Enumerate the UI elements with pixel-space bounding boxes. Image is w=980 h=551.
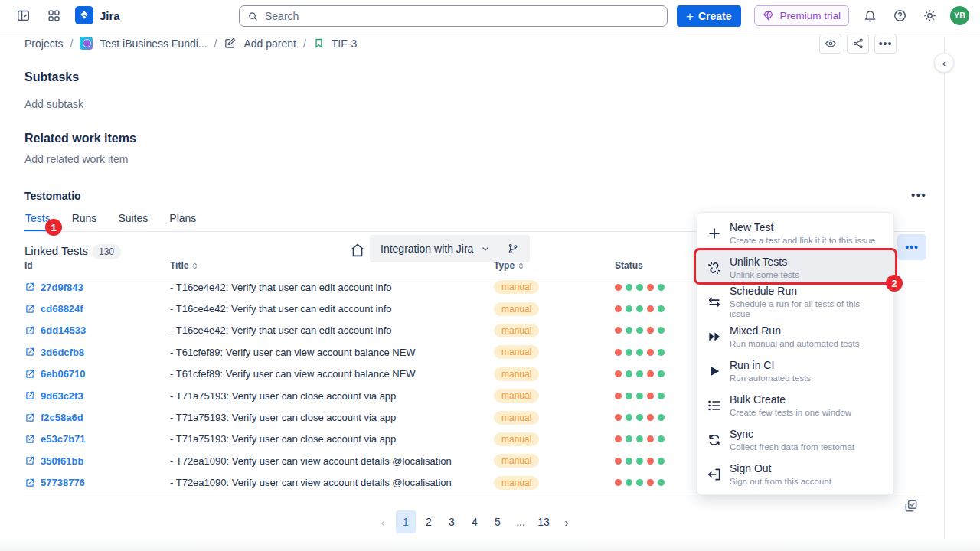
tab-plans[interactable]: Plans xyxy=(168,212,197,231)
status-dot-fail xyxy=(615,284,622,291)
project-avatar xyxy=(80,37,93,50)
test-id-link[interactable]: 350f61bb xyxy=(24,455,170,467)
status-dot-fail xyxy=(647,305,654,312)
menu-item-new-test[interactable]: New TestCreate a test and link it it to … xyxy=(697,216,893,250)
menu-item-sign-out[interactable]: Sign OutSign out from this account xyxy=(697,457,893,491)
status-dot-fail xyxy=(647,284,654,291)
menu-item-unlink-tests[interactable]: Unlink TestsUnlink some tests xyxy=(697,250,893,285)
breadcrumb: Projects / Test iBusiness Fundi... / Add… xyxy=(0,31,944,55)
status-dot-pass xyxy=(626,284,632,291)
page-1[interactable]: 1 xyxy=(396,510,416,533)
test-id-link[interactable]: 3d6dcfb8 xyxy=(24,347,170,358)
pagination-next-button[interactable]: › xyxy=(557,510,577,533)
pagination-prev-button[interactable]: ‹ xyxy=(373,510,393,533)
status-dot-pass xyxy=(658,393,665,399)
branch-icon[interactable] xyxy=(507,243,519,255)
collapse-panel-button[interactable]: ‹ xyxy=(934,53,954,73)
breadcrumb-issue-key[interactable]: TIF-3 xyxy=(332,37,357,50)
test-title: - T71a75193: Verify user can close accou… xyxy=(170,412,494,423)
premium-trial-button[interactable]: Premium trial xyxy=(754,5,849,26)
watch-button[interactable] xyxy=(819,34,841,54)
breadcrumb-add-parent[interactable]: Add parent xyxy=(243,37,296,50)
sidebar-toggle-button[interactable] xyxy=(14,6,32,24)
column-header-type[interactable]: Type xyxy=(494,260,615,271)
breadcrumb-projects[interactable]: Projects xyxy=(24,37,64,50)
external-link-icon xyxy=(24,304,35,315)
home-icon[interactable] xyxy=(349,242,366,259)
bulk-select-icon[interactable] xyxy=(903,498,919,514)
status-dot-pass xyxy=(626,479,632,486)
share-button[interactable] xyxy=(847,34,869,54)
test-title: - T72ea1090: Verify user can view accoun… xyxy=(170,455,494,467)
chevron-down-icon xyxy=(481,244,490,253)
type-badge: manual xyxy=(494,411,539,425)
annotation-step-2: 2 xyxy=(886,275,903,292)
tab-runs[interactable]: Runs xyxy=(71,212,98,231)
status-dot-pass xyxy=(626,414,632,421)
jira-home-link[interactable]: Jira xyxy=(75,6,120,24)
menu-item-run-in-ci[interactable]: Run in CIRun automated tests xyxy=(697,354,893,388)
linked-tests-more-button[interactable]: ••• xyxy=(897,234,926,260)
breadcrumb-project[interactable]: Test iBusiness Fundi... xyxy=(100,37,207,50)
app-grid-icon xyxy=(47,8,61,23)
menu-item-sync[interactable]: SyncCollect fresh data from testomat xyxy=(697,422,893,457)
create-button[interactable]: + Create xyxy=(677,5,741,27)
bottom-edge xyxy=(0,539,980,551)
gem-icon xyxy=(763,10,774,21)
settings-button[interactable] xyxy=(920,6,939,24)
page-13[interactable]: 13 xyxy=(534,510,554,533)
help-button[interactable] xyxy=(890,6,909,24)
test-id-link[interactable]: f2c58a6d xyxy=(24,412,170,423)
notifications-button[interactable] xyxy=(861,6,879,24)
sync-icon xyxy=(707,432,722,448)
breadcrumb-separator: / xyxy=(70,37,74,50)
status-dot-fail xyxy=(615,327,622,334)
add-subtask-button[interactable]: Add subtask xyxy=(24,98,83,110)
test-title: - T16ce4e42: Verify that user can edit a… xyxy=(170,303,494,315)
menu-item-mixed-run[interactable]: Mixed RunRun manual and automated tests xyxy=(697,319,893,354)
column-header-title[interactable]: Title xyxy=(170,260,494,271)
test-id-link[interactable]: cd68824f xyxy=(24,303,170,315)
test-id: 6dd14533 xyxy=(41,324,86,336)
page-3[interactable]: 3 xyxy=(442,510,462,533)
test-title: - T61cfef89: Verify user can view accoun… xyxy=(170,347,494,358)
menu-item-schedule-run[interactable]: Schedule RunSchedule a run for all tests… xyxy=(697,285,893,319)
top-navigation: Jira + Create Premium trial YB xyxy=(0,0,980,31)
status-dot-fail xyxy=(647,393,654,399)
test-id: 3d6dcfb8 xyxy=(41,347,84,358)
column-header-id[interactable]: Id xyxy=(24,260,170,271)
menu-item-subtitle: Create a test and link it it to this iss… xyxy=(730,236,875,246)
sort-icon xyxy=(517,262,525,270)
global-search[interactable] xyxy=(239,5,668,27)
page-2[interactable]: 2 xyxy=(419,510,439,533)
test-id-link[interactable]: 57738776 xyxy=(24,477,170,488)
status-dot-fail xyxy=(647,435,654,442)
bulk-list-icon xyxy=(707,398,722,413)
annotation-step-1: 1 xyxy=(45,219,62,236)
test-id-link[interactable]: 6dd14533 xyxy=(24,324,170,336)
menu-item-title: Mixed Run xyxy=(730,324,859,337)
gear-icon xyxy=(923,8,937,23)
search-input[interactable] xyxy=(265,10,659,22)
test-id-link[interactable]: e53c7b71 xyxy=(24,433,170,445)
issue-more-actions-button[interactable]: ••• xyxy=(874,34,897,54)
test-id-link[interactable]: 9d63c2f3 xyxy=(24,390,170,402)
menu-item-bulk-create[interactable]: Bulk CreateCreate few tests in one windo… xyxy=(697,388,893,422)
user-avatar[interactable]: YB xyxy=(950,6,969,25)
test-id-link[interactable]: 6eb06710 xyxy=(24,368,170,380)
page-4[interactable]: 4 xyxy=(465,510,485,533)
test-title: - T71a75193: Verify user can close accou… xyxy=(170,433,494,445)
project-selector[interactable]: Integration with Jira xyxy=(370,235,530,262)
status-dot-pass xyxy=(658,305,665,312)
subtasks-heading: Subtasks xyxy=(24,70,79,84)
test-id-link[interactable]: 27d9f843 xyxy=(24,282,170,293)
status-dot-pass xyxy=(636,327,643,334)
tab-suites[interactable]: Suites xyxy=(117,212,149,231)
status-dot-pass xyxy=(626,370,632,377)
testomatio-more-button[interactable]: ••• xyxy=(911,188,926,201)
page-5[interactable]: 5 xyxy=(488,510,508,533)
add-related-item-button[interactable]: Add related work item xyxy=(24,153,128,165)
status-dot-pass xyxy=(626,327,632,334)
jira-logo-icon xyxy=(75,6,93,24)
app-switcher-button[interactable] xyxy=(44,6,63,24)
